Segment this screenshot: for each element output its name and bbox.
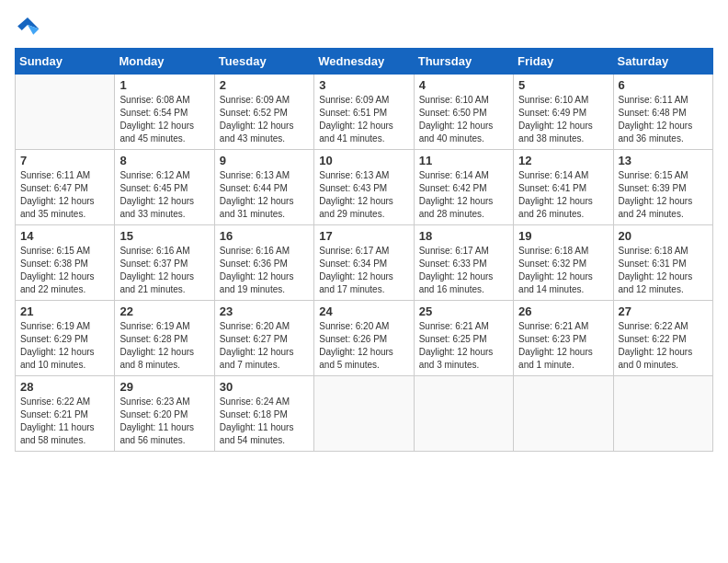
day-info: Sunrise: 6:11 AM Sunset: 6:48 PM Dayligh…: [619, 94, 708, 145]
day-number: 22: [119, 304, 209, 318]
day-info: Sunrise: 6:11 AM Sunset: 6:47 PM Dayligh…: [20, 169, 109, 221]
day-of-week-header: Monday: [115, 49, 214, 75]
day-number: 14: [20, 229, 109, 243]
calendar-week-row: 21Sunrise: 6:19 AM Sunset: 6:29 PM Dayli…: [16, 301, 713, 376]
day-info: Sunrise: 6:10 AM Sunset: 6:50 PM Dayligh…: [419, 94, 508, 145]
calendar-day-cell: 24Sunrise: 6:20 AM Sunset: 6:26 PM Dayli…: [314, 301, 414, 376]
day-info: Sunrise: 6:22 AM Sunset: 6:21 PM Dayligh…: [20, 396, 109, 447]
calendar-day-cell: 11Sunrise: 6:14 AM Sunset: 6:42 PM Dayli…: [414, 150, 513, 225]
calendar-header-row: SundayMondayTuesdayWednesdayThursdayFrid…: [16, 49, 713, 75]
day-info: Sunrise: 6:13 AM Sunset: 6:44 PM Dayligh…: [220, 169, 309, 221]
day-info: Sunrise: 6:18 AM Sunset: 6:32 PM Dayligh…: [518, 245, 608, 296]
day-number: 21: [20, 304, 109, 318]
calendar-day-cell: 22Sunrise: 6:19 AM Sunset: 6:28 PM Dayli…: [115, 301, 214, 376]
day-number: 19: [518, 229, 608, 243]
day-number: 28: [20, 380, 109, 394]
day-info: Sunrise: 6:14 AM Sunset: 6:42 PM Dayligh…: [419, 169, 508, 221]
day-number: 25: [419, 304, 508, 318]
calendar-day-cell: [514, 376, 613, 452]
calendar-day-cell: 30Sunrise: 6:24 AM Sunset: 6:18 PM Dayli…: [214, 376, 313, 452]
day-info: Sunrise: 6:22 AM Sunset: 6:22 PM Dayligh…: [619, 320, 708, 372]
calendar-day-cell: 1Sunrise: 6:08 AM Sunset: 6:54 PM Daylig…: [115, 75, 214, 150]
day-number: 17: [319, 229, 408, 243]
day-info: Sunrise: 6:21 AM Sunset: 6:25 PM Dayligh…: [419, 320, 508, 372]
page-header: [15, 15, 713, 40]
day-info: Sunrise: 6:15 AM Sunset: 6:38 PM Dayligh…: [20, 245, 109, 296]
calendar-day-cell: [414, 376, 513, 452]
day-number: 1: [119, 78, 209, 92]
calendar-table: SundayMondayTuesdayWednesdayThursdayFrid…: [15, 48, 713, 452]
day-number: 26: [518, 304, 608, 318]
calendar-day-cell: 9Sunrise: 6:13 AM Sunset: 6:44 PM Daylig…: [214, 150, 313, 225]
calendar-day-cell: 12Sunrise: 6:14 AM Sunset: 6:41 PM Dayli…: [514, 150, 613, 225]
day-number: 7: [20, 154, 109, 167]
day-number: 13: [619, 154, 708, 167]
calendar-day-cell: 4Sunrise: 6:10 AM Sunset: 6:50 PM Daylig…: [414, 75, 513, 150]
calendar-day-cell: 21Sunrise: 6:19 AM Sunset: 6:29 PM Dayli…: [16, 301, 115, 376]
day-number: 6: [619, 78, 708, 92]
day-info: Sunrise: 6:13 AM Sunset: 6:43 PM Dayligh…: [319, 169, 408, 221]
day-number: 27: [619, 304, 708, 318]
day-info: Sunrise: 6:20 AM Sunset: 6:27 PM Dayligh…: [220, 320, 309, 372]
day-number: 16: [220, 229, 309, 243]
day-of-week-header: Thursday: [414, 49, 513, 75]
day-number: 23: [220, 304, 309, 318]
day-info: Sunrise: 6:16 AM Sunset: 6:37 PM Dayligh…: [119, 245, 209, 296]
day-number: 3: [319, 78, 408, 92]
day-of-week-header: Tuesday: [214, 49, 313, 75]
day-of-week-header: Friday: [514, 49, 613, 75]
calendar-day-cell: 3Sunrise: 6:09 AM Sunset: 6:51 PM Daylig…: [314, 75, 414, 150]
day-number: 4: [419, 78, 508, 92]
calendar-day-cell: 5Sunrise: 6:10 AM Sunset: 6:49 PM Daylig…: [514, 75, 613, 150]
day-info: Sunrise: 6:24 AM Sunset: 6:18 PM Dayligh…: [220, 396, 309, 447]
day-number: 8: [119, 154, 209, 167]
day-info: Sunrise: 6:12 AM Sunset: 6:45 PM Dayligh…: [119, 169, 209, 221]
logo: [15, 15, 44, 40]
calendar-day-cell: [613, 376, 712, 452]
day-number: 9: [220, 154, 309, 167]
calendar-day-cell: 26Sunrise: 6:21 AM Sunset: 6:23 PM Dayli…: [514, 301, 613, 376]
day-info: Sunrise: 6:19 AM Sunset: 6:28 PM Dayligh…: [119, 320, 209, 372]
day-of-week-header: Sunday: [16, 49, 115, 75]
day-info: Sunrise: 6:17 AM Sunset: 6:33 PM Dayligh…: [419, 245, 508, 296]
day-number: 2: [220, 78, 309, 92]
calendar-day-cell: 13Sunrise: 6:15 AM Sunset: 6:39 PM Dayli…: [613, 150, 712, 225]
day-info: Sunrise: 6:15 AM Sunset: 6:39 PM Dayligh…: [619, 169, 708, 221]
day-info: Sunrise: 6:17 AM Sunset: 6:34 PM Dayligh…: [319, 245, 408, 296]
calendar-day-cell: 19Sunrise: 6:18 AM Sunset: 6:32 PM Dayli…: [514, 225, 613, 301]
calendar-week-row: 7Sunrise: 6:11 AM Sunset: 6:47 PM Daylig…: [16, 150, 713, 225]
day-number: 15: [119, 229, 209, 243]
calendar-day-cell: 27Sunrise: 6:22 AM Sunset: 6:22 PM Dayli…: [613, 301, 712, 376]
calendar-week-row: 28Sunrise: 6:22 AM Sunset: 6:21 PM Dayli…: [16, 376, 713, 452]
day-number: 18: [419, 229, 508, 243]
day-number: 11: [419, 154, 508, 167]
day-info: Sunrise: 6:09 AM Sunset: 6:51 PM Dayligh…: [319, 94, 408, 145]
day-number: 29: [119, 380, 209, 394]
day-info: Sunrise: 6:16 AM Sunset: 6:36 PM Dayligh…: [220, 245, 309, 296]
calendar-week-row: 14Sunrise: 6:15 AM Sunset: 6:38 PM Dayli…: [16, 225, 713, 301]
calendar-day-cell: 14Sunrise: 6:15 AM Sunset: 6:38 PM Dayli…: [16, 225, 115, 301]
calendar-day-cell: 28Sunrise: 6:22 AM Sunset: 6:21 PM Dayli…: [16, 376, 115, 452]
calendar-day-cell: [314, 376, 414, 452]
day-info: Sunrise: 6:21 AM Sunset: 6:23 PM Dayligh…: [518, 320, 608, 372]
day-info: Sunrise: 6:09 AM Sunset: 6:52 PM Dayligh…: [220, 94, 309, 145]
calendar-week-row: 1Sunrise: 6:08 AM Sunset: 6:54 PM Daylig…: [16, 75, 713, 150]
day-number: 20: [619, 229, 708, 243]
calendar-day-cell: 10Sunrise: 6:13 AM Sunset: 6:43 PM Dayli…: [314, 150, 414, 225]
calendar-day-cell: [16, 75, 115, 150]
day-number: 5: [518, 78, 608, 92]
day-number: 30: [220, 380, 309, 394]
calendar-day-cell: 23Sunrise: 6:20 AM Sunset: 6:27 PM Dayli…: [214, 301, 313, 376]
calendar-day-cell: 17Sunrise: 6:17 AM Sunset: 6:34 PM Dayli…: [314, 225, 414, 301]
calendar-day-cell: 25Sunrise: 6:21 AM Sunset: 6:25 PM Dayli…: [414, 301, 513, 376]
day-of-week-header: Saturday: [613, 49, 712, 75]
day-of-week-header: Wednesday: [314, 49, 414, 75]
calendar-day-cell: 6Sunrise: 6:11 AM Sunset: 6:48 PM Daylig…: [613, 75, 712, 150]
day-number: 10: [319, 154, 408, 167]
logo-bird-icon: [15, 15, 40, 40]
calendar-day-cell: 15Sunrise: 6:16 AM Sunset: 6:37 PM Dayli…: [115, 225, 214, 301]
calendar-day-cell: 8Sunrise: 6:12 AM Sunset: 6:45 PM Daylig…: [115, 150, 214, 225]
calendar-day-cell: 2Sunrise: 6:09 AM Sunset: 6:52 PM Daylig…: [214, 75, 313, 150]
day-number: 12: [518, 154, 608, 167]
calendar-day-cell: 7Sunrise: 6:11 AM Sunset: 6:47 PM Daylig…: [16, 150, 115, 225]
